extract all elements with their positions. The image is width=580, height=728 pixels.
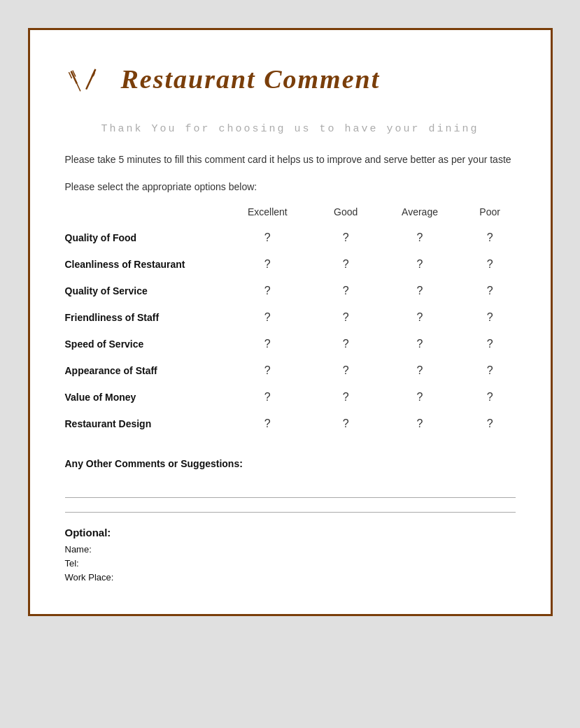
radio-poor-5[interactable]: ?: [487, 364, 493, 377]
radio-cell-7-2[interactable]: ?: [375, 411, 465, 437]
col-header-good: Good: [316, 206, 375, 224]
radio-cell-3-2[interactable]: ?: [375, 304, 465, 331]
table-row: Restaurant Design????: [65, 411, 516, 437]
table-row: Appearance of Staff????: [65, 357, 516, 384]
radio-cell-3-1[interactable]: ?: [316, 304, 375, 331]
description-text: Please take 5 minutes to fill this comme…: [65, 152, 516, 167]
table-row: Quality of Service????: [65, 278, 516, 304]
radio-cell-6-1[interactable]: ?: [316, 384, 375, 411]
radio-cell-6-0[interactable]: ?: [219, 384, 317, 411]
radio-average-7[interactable]: ?: [417, 417, 423, 430]
radio-average-5[interactable]: ?: [417, 364, 423, 377]
radio-poor-1[interactable]: ?: [487, 258, 493, 271]
radio-cell-7-0[interactable]: ?: [219, 411, 317, 437]
optional-title: Optional:: [65, 527, 516, 538]
radio-good-6[interactable]: ?: [343, 391, 349, 404]
radio-cell-4-1[interactable]: ?: [316, 331, 375, 357]
radio-poor-2[interactable]: ?: [487, 285, 493, 297]
table-header-row: Excellent Good Average Poor: [65, 206, 516, 224]
row-label-1: Cleanliness of Restaurant: [65, 251, 219, 278]
radio-excellent-3[interactable]: ?: [264, 311, 271, 324]
radio-cell-1-3[interactable]: ?: [465, 251, 516, 278]
radio-cell-0-2[interactable]: ?: [375, 224, 465, 251]
row-label-0: Quality of Food: [65, 224, 219, 251]
radio-cell-0-1[interactable]: ?: [316, 224, 375, 251]
radio-cell-6-3[interactable]: ?: [465, 384, 516, 411]
radio-good-1[interactable]: ?: [343, 258, 349, 271]
optional-field-2: Work Place:: [65, 572, 516, 583]
radio-poor-6[interactable]: ?: [487, 391, 493, 404]
optional-fields: Name:Tel:Work Place:: [65, 544, 516, 583]
table-row: Quality of Food????: [65, 224, 516, 251]
radio-average-6[interactable]: ?: [417, 391, 423, 404]
thank-you-text: Thank You for choosing us to have your d…: [65, 121, 516, 138]
radio-average-0[interactable]: ?: [417, 231, 423, 244]
radio-excellent-0[interactable]: ?: [264, 231, 271, 244]
radio-cell-2-0[interactable]: ?: [219, 278, 317, 304]
select-prompt: Please select the appropriate options be…: [65, 181, 516, 192]
radio-cell-2-3[interactable]: ?: [465, 278, 516, 304]
comments-label: Any Other Comments or Suggestions:: [65, 458, 516, 469]
radio-cell-4-2[interactable]: ?: [375, 331, 465, 357]
radio-average-2[interactable]: ?: [417, 285, 423, 297]
radio-cell-2-2[interactable]: ?: [375, 278, 465, 304]
table-row: Cleanliness of Restaurant????: [65, 251, 516, 278]
radio-good-0[interactable]: ?: [343, 231, 349, 244]
table-row: Friendliness of Staff????: [65, 304, 516, 331]
header: Restaurant Comment: [65, 58, 516, 100]
radio-cell-3-0[interactable]: ?: [219, 304, 317, 331]
radio-cell-4-0[interactable]: ?: [219, 331, 317, 357]
radio-cell-7-1[interactable]: ?: [316, 411, 375, 437]
col-header-poor: Poor: [465, 206, 516, 224]
radio-good-4[interactable]: ?: [343, 338, 349, 350]
radio-cell-3-3[interactable]: ?: [465, 304, 516, 331]
row-label-4: Speed of Service: [65, 331, 219, 357]
optional-section: Optional: Name:Tel:Work Place:: [65, 527, 516, 583]
radio-cell-5-1[interactable]: ?: [316, 357, 375, 384]
radio-poor-7[interactable]: ?: [487, 417, 493, 430]
radio-cell-1-0[interactable]: ?: [219, 251, 317, 278]
optional-field-0: Name:: [65, 544, 516, 555]
radio-excellent-4[interactable]: ?: [264, 338, 271, 350]
thank-you-content: Thank You for choosing us to have your d…: [101, 123, 479, 135]
page-title: Restaurant Comment: [121, 64, 381, 94]
radio-average-3[interactable]: ?: [417, 311, 423, 324]
divider: [65, 497, 516, 498]
radio-excellent-1[interactable]: ?: [264, 258, 271, 271]
radio-cell-5-0[interactable]: ?: [219, 357, 317, 384]
radio-excellent-2[interactable]: ?: [264, 285, 271, 297]
table-row: Value of Money????: [65, 384, 516, 411]
col-header-excellent: Excellent: [219, 206, 317, 224]
radio-cell-0-3[interactable]: ?: [465, 224, 516, 251]
svg-rect-3: [73, 77, 81, 92]
radio-cell-2-1[interactable]: ?: [316, 278, 375, 304]
radio-excellent-5[interactable]: ?: [264, 364, 271, 377]
radio-poor-3[interactable]: ?: [487, 311, 493, 324]
col-header-label: [65, 206, 219, 224]
radio-cell-1-2[interactable]: ?: [375, 251, 465, 278]
radio-poor-0[interactable]: ?: [487, 231, 493, 244]
radio-cell-4-3[interactable]: ?: [465, 331, 516, 357]
radio-good-7[interactable]: ?: [343, 417, 349, 430]
radio-poor-4[interactable]: ?: [487, 338, 493, 350]
table-row: Speed of Service????: [65, 331, 516, 357]
radio-cell-1-1[interactable]: ?: [316, 251, 375, 278]
radio-good-5[interactable]: ?: [343, 364, 349, 377]
radio-excellent-7[interactable]: ?: [264, 417, 271, 430]
row-label-7: Restaurant Design: [65, 411, 219, 437]
radio-average-1[interactable]: ?: [417, 258, 423, 271]
radio-good-2[interactable]: ?: [343, 285, 349, 297]
restaurant-icon-area: [65, 58, 107, 100]
radio-cell-5-2[interactable]: ?: [375, 357, 465, 384]
radio-average-4[interactable]: ?: [417, 338, 423, 350]
radio-cell-0-0[interactable]: ?: [219, 224, 317, 251]
radio-cell-6-2[interactable]: ?: [375, 384, 465, 411]
row-label-6: Value of Money: [65, 384, 219, 411]
comments-section: Any Other Comments or Suggestions:: [65, 458, 516, 469]
radio-cell-7-3[interactable]: ?: [465, 411, 516, 437]
optional-field-1: Tel:: [65, 558, 516, 569]
radio-cell-5-3[interactable]: ?: [465, 357, 516, 384]
row-label-2: Quality of Service: [65, 278, 219, 304]
radio-good-3[interactable]: ?: [343, 311, 349, 324]
radio-excellent-6[interactable]: ?: [264, 391, 271, 404]
